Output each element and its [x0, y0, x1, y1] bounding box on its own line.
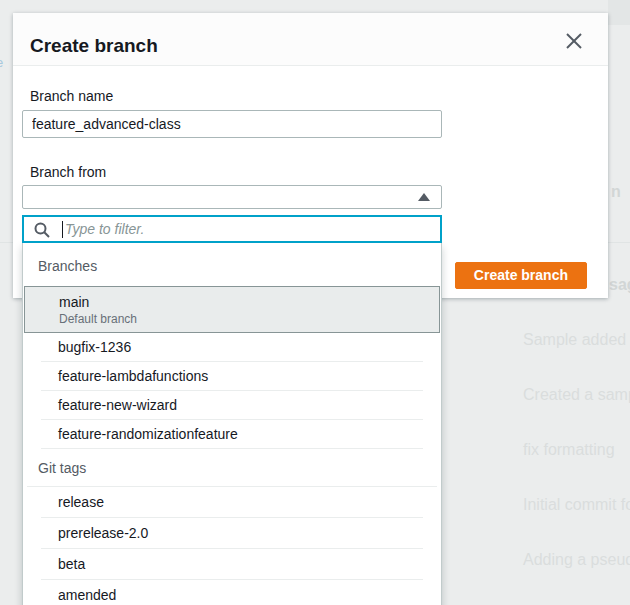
option-prerelease-2.0[interactable]: prerelease-2.0 — [23, 518, 441, 549]
group-header-git-tags: Git tags — [23, 449, 441, 487]
option-sublabel: Default branch — [59, 311, 439, 327]
option-label: main — [59, 293, 439, 311]
close-button[interactable] — [563, 30, 585, 52]
modal-header: Create branch — [13, 13, 608, 66]
option-beta[interactable]: beta — [23, 549, 441, 580]
option-bugfix-1236[interactable]: bugfix-1236 — [23, 333, 441, 362]
background-commit-message: fix formatting — [523, 440, 615, 459]
background-commit-message: Initial commit fo — [523, 495, 630, 514]
close-icon — [563, 30, 585, 52]
branch-from-dropdown: Branches main Default branch bugfix-1236… — [22, 215, 442, 605]
create-branch-button[interactable]: Create branch — [455, 262, 587, 289]
filter-box — [22, 215, 442, 243]
background-heading-fragment: sage — [609, 276, 630, 294]
background-link-fragment: e — [0, 55, 3, 70]
background-heading-fragment: n — [611, 183, 621, 201]
chevron-up-icon — [418, 193, 430, 201]
background-commit-message: Adding a pseudo — [523, 550, 630, 569]
option-feature-new-wizard[interactable]: feature-new-wizard — [23, 391, 441, 420]
option-main[interactable]: main Default branch — [24, 286, 440, 333]
filter-input[interactable] — [24, 217, 440, 241]
modal-title: Create branch — [30, 36, 158, 55]
option-release[interactable]: release — [23, 487, 441, 518]
background-commit-message: Sample added — [523, 330, 626, 349]
branch-from-select[interactable] — [22, 185, 442, 209]
option-feature-randomizationfeature[interactable]: feature-randomizationfeature — [23, 420, 441, 449]
background-header-corner — [608, 0, 630, 25]
group-header-branches: Branches — [23, 243, 441, 286]
text-cursor — [62, 221, 63, 238]
branch-from-label: Branch from — [30, 164, 106, 180]
option-feature-lambdafunctions[interactable]: feature-lambdafunctions — [23, 362, 441, 391]
option-amended[interactable]: amended — [23, 580, 441, 605]
branch-name-input[interactable] — [22, 110, 442, 138]
background-commit-message: Created a sample — [523, 385, 630, 404]
branch-name-label: Branch name — [30, 88, 113, 104]
dropdown-list: Branches main Default branch bugfix-1236… — [22, 243, 442, 605]
